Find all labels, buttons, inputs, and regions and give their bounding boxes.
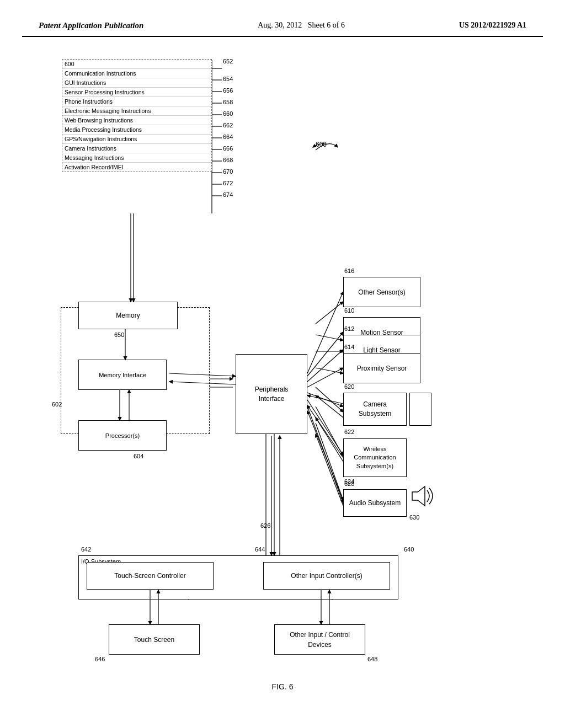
label-652: 652: [223, 58, 233, 65]
svg-line-26: [316, 406, 343, 456]
memory-list-item: Phone Instructions: [62, 97, 211, 106]
header-center: Aug. 30, 2012 Sheet 6 of 6: [258, 21, 345, 30]
caption-text: FIG. 6: [272, 682, 294, 691]
label-656: 656: [223, 87, 233, 94]
label-622: 622: [344, 429, 354, 435]
camera-small-box: [409, 393, 431, 426]
audio-subsystem-box: Audio Subsystem: [343, 489, 407, 517]
svg-line-46: [307, 405, 343, 458]
touch-screen-controller-box: Touch-Screen Controller: [87, 562, 214, 590]
svg-line-42: [307, 368, 343, 387]
memory-list: 600 Communication Instructions GUI Instr…: [62, 59, 212, 172]
memory-interface-box: Memory Interface: [78, 360, 167, 390]
svg-line-47: [307, 406, 343, 503]
label-650: 650: [114, 331, 124, 338]
memory-list-item: GUI Instructions: [62, 78, 211, 88]
memory-list-item: Communication Instructions: [62, 69, 211, 78]
peripherals-box: PeripheralsInterface: [236, 354, 307, 434]
label-646: 646: [95, 656, 105, 662]
label-666: 666: [223, 145, 233, 152]
svg-line-48: [307, 411, 343, 500]
header-right: US 2012/0221929 A1: [459, 21, 526, 30]
memory-label: Memory: [116, 312, 140, 319]
svg-line-24: [316, 387, 343, 412]
header-date: Aug. 30, 2012: [258, 21, 302, 29]
label-616: 616: [344, 267, 354, 274]
svg-line-25: [316, 395, 343, 417]
memory-list-item: Web Browsing Instructions: [62, 116, 211, 125]
label-640: 640: [404, 546, 414, 553]
memory-list-item: Media Processing Instructions: [62, 125, 211, 135]
svg-line-41: [307, 350, 343, 382]
label-664: 664: [223, 133, 233, 140]
label-604: 604: [134, 453, 143, 459]
svg-line-43: [307, 393, 343, 406]
wireless-comm-label: WirelessCommunicationSubsystem(s): [354, 445, 396, 470]
svg-line-39: [307, 292, 343, 373]
peripherals-label: PeripheralsInterface: [255, 385, 289, 404]
other-input-controller-label: Other Input Controller(s): [291, 572, 362, 580]
label-672: 672: [223, 180, 233, 186]
label-658: 658: [223, 99, 233, 105]
svg-line-21: [316, 335, 343, 340]
other-sensors-box: Other Sensor(s): [343, 277, 420, 307]
label-620: 620: [344, 383, 354, 390]
processor-box: Processor(s): [78, 420, 167, 451]
figure-caption: FIG. 6: [22, 682, 543, 691]
label-660: 660: [223, 110, 233, 117]
label-630: 630: [409, 514, 419, 521]
label-626: 626: [260, 522, 270, 529]
proximity-sensor-box: Proximity Sensor: [343, 353, 420, 383]
label-670: 670: [223, 168, 233, 175]
label-654: 654: [223, 76, 233, 82]
label-642: 642: [81, 546, 91, 553]
memory-box: Memory: [78, 302, 178, 329]
memory-list-item: Electronic Messaging Instructions: [62, 106, 211, 116]
svg-line-45: [307, 400, 343, 455]
svg-line-40: [307, 332, 343, 376]
page: Patent Application Publication Aug. 30, …: [0, 0, 565, 728]
label-628: 628: [344, 480, 354, 487]
label-668: 668: [223, 157, 233, 163]
label-614: 614: [344, 344, 354, 350]
label-644: 644: [255, 546, 265, 553]
arrow-600: [310, 141, 327, 152]
memory-interface-label: Memory Interface: [99, 372, 146, 378]
label-662: 662: [223, 122, 233, 129]
other-input-devices-label: Other Input / ControlDevices: [290, 630, 350, 650]
svg-marker-38: [412, 486, 425, 506]
audio-subsystem-label: Audio Subsystem: [349, 499, 401, 507]
svg-line-23: [316, 368, 343, 373]
camera-subsystem-label: CameraSubsystem: [359, 400, 391, 419]
other-input-controller-box: Other Input Controller(s): [263, 562, 390, 590]
svg-line-44: [307, 395, 343, 404]
memory-list-item: Camera Instructions: [62, 144, 211, 153]
label-648: 648: [367, 656, 377, 662]
svg-line-20: [316, 302, 343, 324]
svg-line-29: [316, 434, 343, 506]
memory-list-item: Activation Record/IMEI: [62, 163, 211, 172]
other-input-devices-box: Other Input / ControlDevices: [274, 624, 365, 655]
touch-screen-label: Touch Screen: [134, 636, 174, 644]
memory-list-item: Sensor Processing Instructions: [62, 88, 211, 97]
header-sheet: Sheet 6 of 6: [308, 21, 345, 29]
diagram-area: 600 Communication Instructions GUI Instr…: [23, 42, 542, 677]
processor-label: Processor(s): [105, 432, 140, 439]
label-602: 602: [52, 401, 62, 408]
header-left: Patent Application Publication: [39, 21, 143, 30]
label-612: 612: [344, 325, 354, 332]
label-674: 674: [223, 191, 233, 198]
memory-list-item: GPS/Navigation Instructions: [62, 135, 211, 144]
camera-subsystem-box: CameraSubsystem: [343, 393, 407, 426]
svg-line-27: [316, 417, 343, 462]
other-sensors-label: Other Sensor(s): [358, 288, 405, 296]
header: Patent Application Publication Aug. 30, …: [22, 11, 543, 37]
speaker-icon: [409, 484, 437, 511]
memory-list-item: Messaging Instructions: [62, 153, 211, 163]
label-610: 610: [344, 307, 354, 314]
touch-screen-box: Touch Screen: [109, 624, 200, 655]
svg-line-28: [316, 423, 343, 500]
wireless-comm-box: WirelessCommunicationSubsystem(s): [343, 438, 407, 477]
proximity-sensor-label: Proximity Sensor: [357, 365, 407, 372]
touch-screen-controller-label: Touch-Screen Controller: [114, 572, 185, 580]
